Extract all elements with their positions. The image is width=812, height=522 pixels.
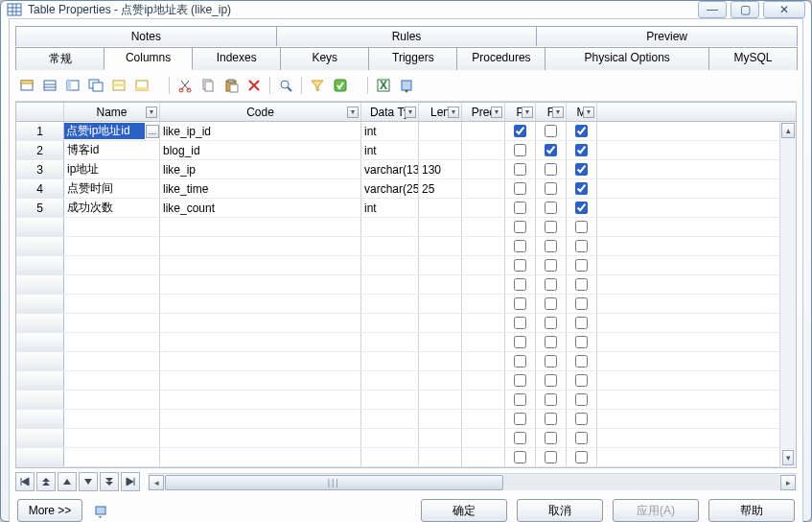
- cell-precision[interactable]: [462, 391, 505, 409]
- cell-name[interactable]: 成功次数: [64, 199, 160, 217]
- cell-m[interactable]: [567, 199, 597, 217]
- cell-name[interactable]: [64, 218, 160, 236]
- minimize-button[interactable]: —: [698, 1, 727, 18]
- checkbox-f[interactable]: [545, 374, 557, 387]
- checkbox-p[interactable]: [514, 336, 526, 348]
- cell-length[interactable]: [419, 448, 462, 466]
- cell-code[interactable]: blog_id: [160, 141, 361, 159]
- tab-mysql[interactable]: MySQL: [708, 47, 798, 70]
- checkbox-m[interactable]: [575, 317, 588, 329]
- cell-m[interactable]: [567, 237, 597, 255]
- cell-length[interactable]: 25: [419, 179, 462, 198]
- cell-code[interactable]: [160, 391, 361, 409]
- dropdown-icon[interactable]: ▾: [491, 107, 502, 118]
- close-button[interactable]: ✕: [763, 1, 805, 18]
- checkbox-p[interactable]: [514, 240, 526, 252]
- tb-check-icon[interactable]: [331, 76, 350, 95]
- cell-precision[interactable]: [462, 199, 505, 217]
- grid-body[interactable]: ▴ ▾ 1点赞ip地址id…like_ip_idint2博客idblog_idi…: [16, 122, 796, 467]
- cell-code[interactable]: like_ip_id: [160, 122, 361, 140]
- cell-code[interactable]: [160, 295, 361, 313]
- cell-p[interactable]: [505, 256, 536, 274]
- cell-f[interactable]: [536, 448, 567, 466]
- cell-m[interactable]: [567, 429, 597, 447]
- cell-precision[interactable]: [462, 333, 505, 351]
- table-row-empty[interactable]: [16, 371, 796, 391]
- tb-cut-icon[interactable]: [175, 76, 195, 95]
- cell-datatype[interactable]: [361, 275, 419, 294]
- cell-length[interactable]: [419, 199, 462, 217]
- cell-rownum[interactable]: [16, 410, 64, 428]
- cell-p[interactable]: [505, 237, 536, 255]
- cell-m[interactable]: [567, 160, 597, 178]
- cell-datatype[interactable]: [361, 371, 419, 390]
- cell-f[interactable]: [536, 237, 567, 255]
- cell-f[interactable]: [536, 160, 567, 178]
- cell-code[interactable]: like_time: [160, 179, 361, 198]
- nav-down[interactable]: [79, 472, 98, 491]
- checkbox-p[interactable]: [514, 355, 526, 368]
- tab-physical-options[interactable]: Physical Options: [545, 47, 708, 70]
- cell-rownum[interactable]: [16, 295, 64, 313]
- cell-name[interactable]: [64, 352, 160, 370]
- tb-grid-new-icon[interactable]: [17, 76, 36, 95]
- cell-p[interactable]: [505, 429, 536, 447]
- cell-length[interactable]: [419, 275, 462, 294]
- table-row-empty[interactable]: [16, 352, 796, 371]
- checkbox-f[interactable]: [545, 413, 557, 425]
- cell-precision[interactable]: [462, 237, 505, 255]
- dropdown-icon[interactable]: ▾: [347, 107, 359, 118]
- header-rownum[interactable]: [16, 103, 64, 121]
- apply-button[interactable]: 应用(A): [613, 499, 699, 522]
- help-button[interactable]: 帮助: [708, 499, 795, 522]
- cell-rownum[interactable]: 4: [16, 179, 64, 198]
- checkbox-m[interactable]: [575, 393, 588, 406]
- checkbox-p[interactable]: [514, 432, 526, 444]
- ok-button[interactable]: 确定: [421, 499, 507, 522]
- checkbox-f[interactable]: [545, 336, 557, 348]
- cell-f[interactable]: [536, 333, 567, 351]
- cell-precision[interactable]: [462, 179, 505, 198]
- checkbox-p[interactable]: [514, 221, 526, 233]
- cell-name[interactable]: [64, 448, 160, 466]
- table-row[interactable]: 5成功次数like_countint: [16, 199, 796, 218]
- cell-datatype[interactable]: [361, 391, 419, 409]
- tab-rules[interactable]: Rules: [276, 26, 538, 46]
- checkbox-m[interactable]: [575, 355, 588, 368]
- scroll-track[interactable]: |||: [165, 475, 779, 490]
- dropdown-icon[interactable]: ▾: [522, 107, 533, 118]
- customize-toolbar-icon[interactable]: [92, 501, 111, 520]
- cell-name[interactable]: 点赞时间: [64, 179, 160, 198]
- cell-f[interactable]: [536, 371, 567, 390]
- checkbox-m[interactable]: [575, 374, 588, 387]
- checkbox-f[interactable]: [545, 125, 557, 137]
- cell-length[interactable]: [419, 122, 462, 140]
- table-row-empty[interactable]: [16, 275, 796, 295]
- cell-rownum[interactable]: [16, 371, 64, 390]
- cell-m[interactable]: [567, 371, 597, 390]
- cell-precision[interactable]: [462, 256, 505, 274]
- cell-precision[interactable]: [462, 141, 505, 159]
- cell-datatype[interactable]: [361, 314, 419, 332]
- cell-f[interactable]: [536, 429, 567, 447]
- checkbox-f[interactable]: [545, 451, 557, 463]
- tb-paste-icon[interactable]: [221, 76, 241, 95]
- cell-rownum[interactable]: 1: [16, 122, 64, 140]
- cell-length[interactable]: [419, 391, 462, 409]
- cell-rownum[interactable]: [16, 352, 64, 370]
- cell-p[interactable]: [505, 160, 536, 178]
- cell-length[interactable]: [419, 429, 462, 447]
- cell-name[interactable]: 博客id: [64, 141, 160, 159]
- table-row-empty[interactable]: [16, 256, 796, 275]
- dropdown-icon[interactable]: ▾: [405, 107, 416, 118]
- cell-f[interactable]: [536, 410, 567, 428]
- cell-p[interactable]: [505, 179, 536, 198]
- cell-m[interactable]: [567, 295, 597, 313]
- table-row-empty[interactable]: [16, 410, 796, 429]
- cell-length[interactable]: [419, 352, 462, 370]
- cell-name[interactable]: [64, 410, 160, 428]
- scroll-left-icon[interactable]: ◂: [149, 475, 164, 490]
- cell-length[interactable]: [419, 295, 462, 313]
- header-code[interactable]: Code▾: [160, 103, 361, 121]
- header-precision[interactable]: Prec▾: [462, 103, 505, 121]
